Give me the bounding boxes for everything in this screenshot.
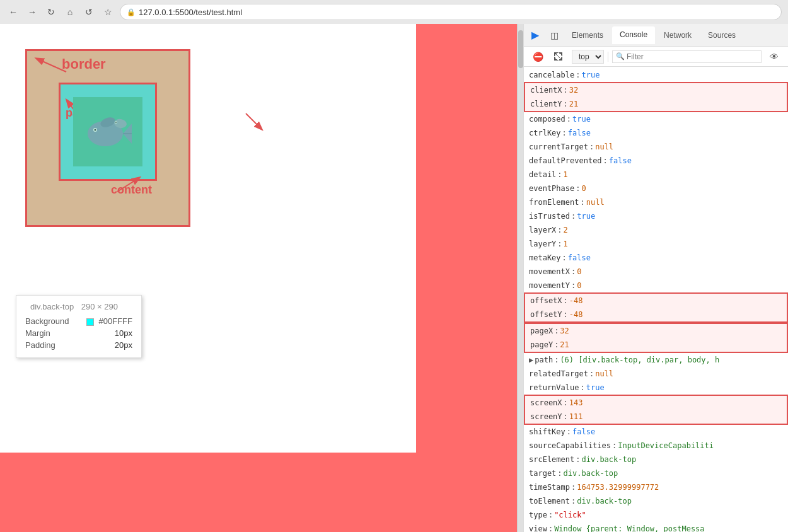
prop-value: div.back-top (581, 454, 636, 465)
prop-row: ▶path:(6) [div.back-top, div.par, body, … (524, 353, 788, 367)
prop-row: defaultPrevented:false (524, 154, 788, 168)
prop-name: composed (529, 113, 565, 125)
prop-value: true (577, 211, 595, 222)
prop-name: currentTarget (529, 141, 588, 153)
page-inner: border (0, 24, 416, 453)
prop-sep: : (571, 266, 576, 277)
bg-color-text: #00FFFF (99, 316, 132, 326)
address-bar[interactable]: 🔒 127.0.0.1:5500/test/test.html (120, 4, 782, 20)
prop-row: screenY:111 (524, 410, 788, 425)
main-layout: border (0, 24, 788, 532)
back-button[interactable]: ← (6, 5, 20, 19)
context-select[interactable]: top (572, 50, 604, 64)
prop-name: defaultPrevented (529, 155, 602, 166)
prop-value: -48 (569, 295, 583, 306)
scrollbar-track[interactable] (517, 24, 523, 532)
prop-row: layerX:2 (524, 223, 788, 237)
forward-button[interactable]: → (25, 5, 39, 19)
back-history-button[interactable]: ↺ (82, 5, 96, 19)
prop-row: layerY:1 (524, 237, 788, 251)
prop-sep: : (580, 197, 584, 208)
prop-value: 1 (564, 169, 568, 180)
device-mode-icon[interactable]: ◫ (545, 26, 563, 44)
tooltip-bg-value: #00FFFF (86, 316, 132, 326)
clear-console-icon[interactable]: ⛔ (529, 48, 547, 66)
prop-row: offsetY:-48 (524, 308, 788, 323)
prop-value: Window {parent: Window, postMessa (554, 523, 704, 532)
prop-sep: : (548, 523, 553, 532)
prop-sep: : (567, 426, 571, 437)
prop-row: offsetX:-48 (524, 292, 788, 308)
prop-sep: : (612, 440, 617, 451)
prop-sep: : (589, 141, 594, 153)
svg-point-5 (94, 129, 96, 131)
prop-sep: : (564, 84, 568, 96)
prop-row: metaKey:false (524, 251, 788, 265)
prop-row: pageX:32 (524, 323, 788, 338)
prop-name: returnValue (529, 382, 579, 393)
prop-value: true (586, 382, 605, 393)
prop-name: cancelable (529, 69, 574, 81)
prop-value: (6) [div.back-top, div.par, body, h (560, 354, 719, 366)
prop-row: shiftKey:false (524, 425, 788, 439)
prop-value: div.back-top (564, 468, 618, 479)
prop-sep: : (557, 468, 562, 479)
prop-sep: : (564, 309, 568, 320)
prop-sep: : (571, 482, 576, 493)
prop-sep: : (576, 69, 580, 81)
prop-name: movementX (529, 266, 570, 277)
star-button[interactable]: ☆ (101, 5, 115, 19)
tooltip-element: div.back-top (30, 302, 74, 311)
tab-console[interactable]: Console (612, 26, 655, 44)
prop-value: true (572, 113, 591, 125)
tooltip-bg-label: Background (25, 316, 69, 326)
prop-name: isTrusted (529, 211, 570, 222)
svg-point-10 (115, 122, 117, 123)
prop-value: true (581, 69, 600, 81)
prop-value: -48 (569, 309, 583, 320)
expand-icon[interactable]: ▶ (529, 354, 533, 366)
tooltip-margin-value: 10px (115, 328, 132, 338)
prop-value: 143 (569, 397, 583, 408)
content-label: content (111, 183, 152, 197)
prop-value: false (568, 127, 591, 139)
tab-sources[interactable]: Sources (700, 27, 743, 43)
prop-name: view (529, 523, 547, 532)
prop-value: 164753.32999997772 (577, 482, 659, 493)
prop-name: fromElement (529, 197, 579, 208)
prop-value: null (595, 368, 613, 379)
tab-network[interactable]: Network (656, 27, 699, 43)
prop-sep: : (548, 509, 553, 521)
devtools-content[interactable]: cancelable:trueclientX:32clientY:21compo… (524, 67, 788, 532)
tooltip-padding-row: Padding 20px (25, 339, 132, 351)
reload-button[interactable]: ↻ (44, 5, 58, 19)
block-icon[interactable]: ⛞ (550, 48, 568, 66)
prop-name: type (529, 509, 547, 521)
scrollbar-thumb[interactable] (518, 30, 523, 68)
prop-name: metaKey (529, 252, 561, 263)
content-box (73, 97, 142, 166)
prop-sep: : (562, 127, 567, 139)
prop-name: pageY (530, 339, 553, 350)
prop-sep: : (554, 354, 559, 366)
tooltip-title: div.back-top 290 × 290 (25, 302, 132, 311)
browser-chrome: ← → ↻ ⌂ ↺ ☆ 🔒 127.0.0.1:5500/test/test.h… (0, 0, 788, 24)
prop-sep: : (554, 339, 559, 350)
prop-value: false (609, 155, 632, 166)
filter-input[interactable] (612, 50, 762, 63)
prop-name: pageX (530, 325, 553, 337)
inspect-element-icon[interactable]: ▶ (526, 26, 544, 44)
prop-sep: : (571, 211, 576, 222)
eye-icon[interactable]: 👁 (765, 48, 783, 66)
prop-row: returnValue:true (524, 381, 788, 395)
home-button[interactable]: ⌂ (63, 5, 77, 19)
color-swatch (86, 318, 94, 326)
prop-row: view:Window {parent: Window, postMessa (524, 522, 788, 532)
prop-row: isTrusted:true (524, 209, 788, 223)
prop-row: screenX:143 (524, 395, 788, 410)
tab-elements[interactable]: Elements (564, 27, 611, 43)
prop-sep: : (554, 325, 559, 337)
devtools-toolbar: ⛔ ⛞ top 🔍 👁 (524, 47, 788, 67)
page-content: border (0, 24, 517, 532)
fish-icon (81, 110, 135, 154)
